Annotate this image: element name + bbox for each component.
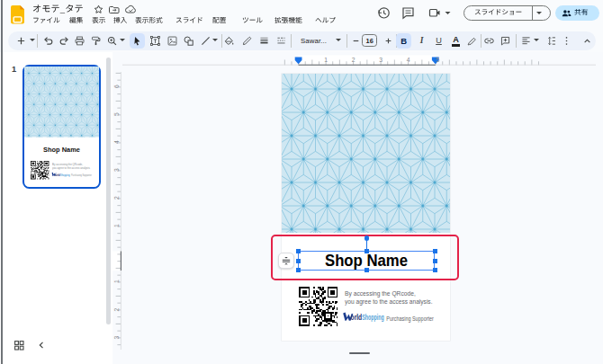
svg-text:3: 3 [113,335,120,339]
svg-text:1: 1 [113,280,120,283]
svg-text:1: 1 [113,224,120,227]
svg-text:3: 3 [379,57,382,63]
svg-text:1: 1 [324,57,328,63]
svg-text:Shopping: Shopping [362,313,383,322]
svg-text:2: 2 [113,196,120,200]
svg-text:Shop Name: Shop Name [325,251,408,270]
svg-text:5: 5 [436,57,440,63]
svg-text:you agree to the access analys: you agree to the access analysis. [345,297,433,306]
svg-text:orld: orld [351,313,363,322]
svg-text:3: 3 [113,168,120,172]
svg-text:2: 2 [113,307,120,311]
svg-text:5: 5 [113,112,120,116]
svg-text:2: 2 [352,57,356,63]
svg-text:6: 6 [113,84,120,88]
svg-text:Purchasing Supporter: Purchasing Supporter [386,315,434,323]
svg-text:4: 4 [113,140,120,144]
svg-text:4: 4 [407,57,410,63]
